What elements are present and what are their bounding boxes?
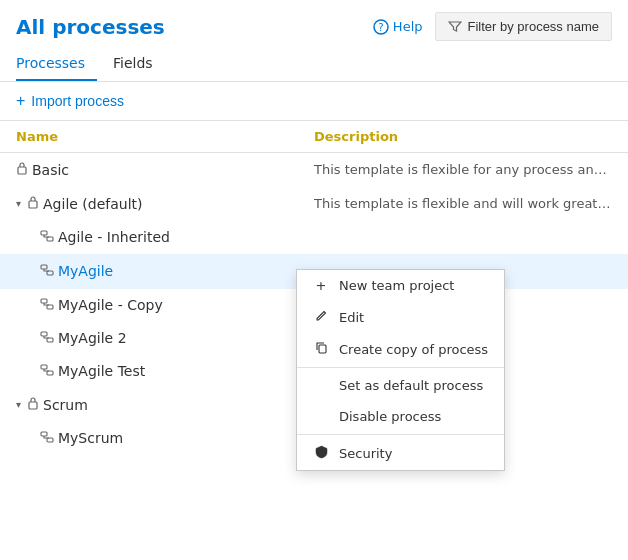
process-name-cell: ▾ Scrum	[16, 396, 314, 413]
inherit-icon	[40, 298, 54, 313]
help-link[interactable]: ? Help	[373, 19, 423, 35]
help-icon: ?	[373, 19, 389, 35]
svg-rect-16	[41, 432, 47, 436]
help-label: Help	[393, 19, 423, 34]
svg-rect-17	[47, 438, 53, 442]
svg-rect-13	[41, 365, 47, 369]
process-description: This template is flexible for any proces…	[314, 162, 612, 177]
process-name-cell: MyAgile	[16, 263, 314, 279]
process-name-cell: MyAgile 2	[16, 330, 314, 346]
inherit-icon	[40, 230, 54, 245]
process-label: Scrum	[43, 397, 88, 413]
svg-rect-14	[47, 371, 53, 375]
svg-rect-11	[41, 332, 47, 336]
svg-rect-3	[29, 201, 37, 208]
process-list: Basic This template is flexible for any …	[0, 153, 628, 455]
svg-rect-10	[47, 305, 53, 309]
process-name-cell: MyAgile - Copy	[16, 297, 314, 313]
copy-icon	[313, 341, 329, 357]
process-label: MyAgile Test	[58, 363, 145, 379]
svg-rect-2	[18, 167, 26, 174]
page-header: All processes ? Help Filter by process n…	[0, 0, 628, 47]
plus-icon: +	[16, 92, 25, 110]
svg-rect-9	[41, 299, 47, 303]
menu-item-new-team-project[interactable]: + New team project	[297, 270, 504, 301]
svg-rect-5	[47, 237, 53, 241]
svg-rect-4	[41, 231, 47, 235]
table-row[interactable]: Basic This template is flexible for any …	[0, 153, 628, 187]
menu-divider	[297, 434, 504, 435]
context-menu: + New team project Edit Create copy of p…	[296, 269, 505, 471]
plus-icon: +	[313, 278, 329, 293]
svg-rect-12	[47, 338, 53, 342]
menu-divider	[297, 367, 504, 368]
inherit-icon	[40, 431, 54, 446]
toolbar: + Import process	[0, 82, 628, 121]
header-actions: ? Help Filter by process name	[373, 12, 612, 41]
process-name-cell: Basic	[16, 161, 314, 178]
menu-item-set-default[interactable]: Set as default process	[297, 370, 504, 401]
table-row[interactable]: Agile - Inherited	[0, 221, 628, 254]
filter-button[interactable]: Filter by process name	[435, 12, 613, 41]
lock-icon	[27, 195, 39, 212]
lock-icon	[16, 161, 28, 178]
page-title: All processes	[16, 15, 165, 39]
process-name-cell: MyAgile Test	[16, 363, 314, 379]
process-label: MyAgile - Copy	[58, 297, 163, 313]
shield-icon	[313, 445, 329, 462]
inherit-icon	[40, 264, 54, 279]
process-name-cell: MyScrum	[16, 430, 314, 446]
chevron-down-icon: ▾	[16, 399, 21, 410]
col-description-header: Description	[314, 129, 612, 144]
chevron-down-icon: ▾	[16, 198, 21, 209]
menu-item-security[interactable]: Security	[297, 437, 504, 470]
process-name-cell: Agile - Inherited	[16, 229, 314, 245]
svg-rect-7	[47, 271, 53, 275]
svg-text:?: ?	[378, 22, 383, 33]
tab-processes[interactable]: Processes	[16, 47, 97, 81]
lock-icon	[27, 396, 39, 413]
svg-rect-6	[41, 265, 47, 269]
menu-item-create-copy[interactable]: Create copy of process	[297, 333, 504, 365]
svg-rect-15	[29, 402, 37, 409]
tab-bar: Processes Fields	[0, 47, 628, 82]
tab-fields[interactable]: Fields	[113, 47, 165, 81]
menu-item-disable[interactable]: Disable process	[297, 401, 504, 432]
process-label: MyAgile	[58, 263, 113, 279]
filter-icon	[448, 20, 462, 34]
pencil-icon	[313, 309, 329, 325]
col-name-header: Name	[16, 129, 314, 144]
process-label: MyAgile 2	[58, 330, 127, 346]
inherit-icon	[40, 364, 54, 379]
table-row[interactable]: ▾ Agile (default) This template is flexi…	[0, 187, 628, 221]
process-description: This template is flexible and will work …	[314, 196, 612, 211]
svg-rect-8	[319, 345, 326, 353]
filter-label: Filter by process name	[468, 19, 600, 34]
import-process-button[interactable]: + Import process	[16, 92, 124, 110]
process-label: Basic	[32, 162, 69, 178]
process-label: MyScrum	[58, 430, 123, 446]
menu-item-edit[interactable]: Edit	[297, 301, 504, 333]
inherit-icon	[40, 331, 54, 346]
process-label: Agile (default)	[43, 196, 143, 212]
table-header: Name Description	[0, 121, 628, 153]
process-label: Agile - Inherited	[58, 229, 170, 245]
process-name-cell: ▾ Agile (default)	[16, 195, 314, 212]
